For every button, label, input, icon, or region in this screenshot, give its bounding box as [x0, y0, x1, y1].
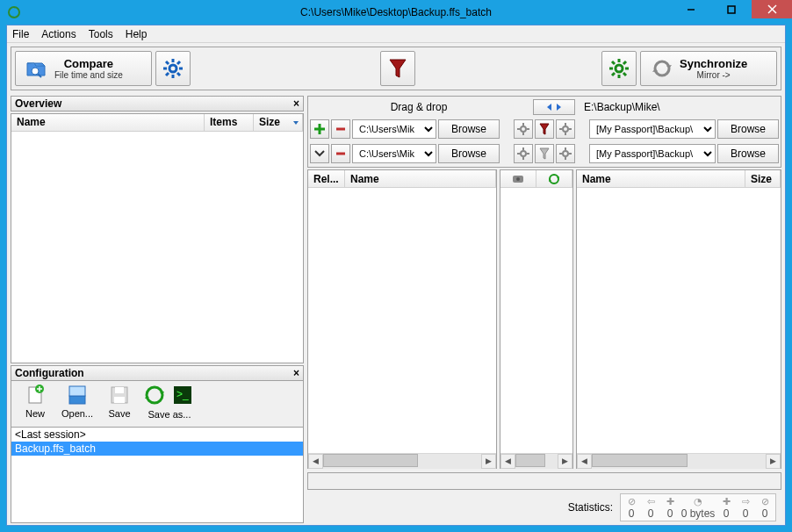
left-path-1[interactable]: C:\Users\Mik	[352, 119, 436, 139]
left-path-2[interactable]: C:\Users\Mik	[352, 144, 436, 163]
col-name-left[interactable]: Name	[345, 170, 496, 187]
browse-right-1[interactable]: Browse	[717, 119, 779, 139]
overview-col-size[interactable]: Size	[254, 114, 303, 131]
config-list-item[interactable]: Backup.ffs_batch	[11, 442, 303, 456]
stat-delete-left-icon: ⊘	[628, 495, 636, 507]
pair-sync-settings-button[interactable]	[556, 119, 575, 139]
compare-left-body	[308, 188, 496, 453]
overview-title: Overview	[15, 97, 61, 110]
browse-left-1[interactable]: Browse	[438, 119, 500, 139]
browse-left-2[interactable]: Browse	[438, 144, 500, 163]
add-pair-button[interactable]	[310, 119, 329, 139]
config-list-last[interactable]: <Last session>	[11, 428, 303, 442]
gear-icon	[517, 147, 529, 160]
svg-rect-30	[69, 386, 85, 396]
svg-line-13	[177, 73, 180, 75]
dragdrop-label: Drag & drop	[310, 101, 528, 113]
col-name-right[interactable]: Name	[577, 170, 745, 187]
svg-rect-33	[114, 397, 125, 403]
col-action[interactable]	[536, 170, 572, 187]
minimize-button[interactable]	[671, 0, 711, 18]
overview-close-icon[interactable]: ×	[293, 97, 299, 110]
compare-subtitle: File time and size	[54, 70, 123, 80]
menu-help[interactable]: Help	[126, 28, 148, 40]
config-save-button[interactable]: Save	[99, 383, 140, 425]
main-toolbar: Compare File time and size Synchronize	[11, 47, 781, 90]
right-path-2[interactable]: [My Passport]\Backup\	[589, 144, 716, 163]
pair2-cmp-settings-button[interactable]	[514, 144, 533, 163]
right-hscroll[interactable]: ◀ ▶	[577, 453, 781, 468]
funnel-icon	[539, 147, 550, 160]
browse-right-2[interactable]: Browse	[717, 144, 779, 163]
svg-point-50	[521, 151, 526, 156]
scroll-right-icon[interactable]: ▶	[558, 454, 572, 469]
close-button[interactable]	[752, 0, 792, 18]
left-hscroll[interactable]: ◀ ▶	[308, 453, 496, 468]
pair2-sync-settings-button[interactable]	[556, 144, 575, 163]
gear-icon	[559, 123, 572, 135]
compare-button[interactable]: Compare File time and size	[15, 51, 152, 86]
scroll-right-icon[interactable]: ▶	[766, 454, 781, 469]
menu-actions[interactable]: Actions	[41, 28, 76, 40]
config-new-label: New	[25, 408, 45, 419]
config-open-button[interactable]: Open...	[57, 383, 97, 425]
svg-line-15	[177, 61, 180, 64]
stat-data-icon: ◔	[694, 495, 702, 507]
sync-icon	[650, 56, 674, 81]
col-rel[interactable]: Rel...	[308, 170, 345, 187]
swap-icon	[546, 102, 562, 112]
config-close-icon[interactable]: ×	[293, 367, 299, 379]
minus-icon	[335, 123, 347, 135]
pair-filter-button[interactable]	[535, 119, 554, 139]
svg-point-61	[516, 177, 520, 181]
overview-col-items[interactable]: Items	[205, 114, 254, 131]
menu-file[interactable]: File	[12, 28, 29, 40]
compare-settings-button[interactable]	[155, 51, 191, 86]
compare-icon	[25, 56, 49, 81]
config-list[interactable]: <Last session> Backup.ffs_batch	[11, 427, 304, 523]
compare-left-grid: Rel... Name ◀ ▶	[307, 169, 497, 469]
gear-icon	[608, 57, 630, 80]
stat-v1: 0	[629, 507, 635, 520]
stat-create-left-icon: ✚	[666, 495, 674, 507]
synchronize-button[interactable]: Synchronize Mirror ->	[640, 51, 777, 86]
config-saveas-batch-button[interactable]: >_	[169, 383, 196, 425]
overview-col-name[interactable]: Name	[11, 114, 205, 131]
collapse-pair-button[interactable]	[310, 144, 329, 163]
svg-line-12	[166, 61, 169, 64]
category-icon	[512, 174, 524, 184]
client-area: File Actions Tools Help Compare File tim…	[6, 25, 786, 526]
gear-icon	[559, 147, 572, 160]
refresh-icon	[548, 173, 560, 185]
svg-point-55	[563, 151, 568, 156]
right-path-1[interactable]: [My Passport]\Backup\	[589, 119, 716, 139]
stat-update-right-icon: ⇨	[742, 495, 750, 507]
overview-header: Overview ×	[11, 96, 304, 111]
config-saveas-sync-button[interactable]	[141, 383, 168, 425]
funnel-icon	[388, 58, 407, 79]
remove-pair-button[interactable]	[331, 119, 350, 139]
scroll-left-icon[interactable]: ◀	[577, 454, 592, 469]
mid-hscroll[interactable]: ◀ ▶	[500, 453, 572, 468]
app-icon	[5, 4, 23, 21]
plus-icon	[313, 123, 326, 135]
sync-settings-button[interactable]	[601, 51, 637, 86]
pair2-filter-button[interactable]	[535, 144, 554, 163]
config-new-button[interactable]: New	[15, 383, 55, 425]
pair-cmp-settings-button[interactable]	[514, 119, 533, 139]
config-title: Configuration	[15, 367, 84, 379]
scroll-left-icon[interactable]: ◀	[308, 454, 323, 469]
scroll-left-icon[interactable]: ◀	[500, 454, 515, 469]
menu-tools[interactable]: Tools	[89, 28, 113, 40]
stat-v3: 0	[667, 507, 673, 520]
chevron-down-icon	[314, 150, 325, 157]
col-category[interactable]	[500, 170, 536, 187]
maximize-button[interactable]	[711, 0, 752, 18]
filter-button[interactable]	[380, 51, 415, 86]
scroll-right-icon[interactable]: ▶	[481, 454, 496, 469]
compare-right-body	[577, 188, 781, 453]
svg-point-0	[9, 7, 19, 18]
swap-sides-button[interactable]	[533, 99, 575, 115]
col-size-right[interactable]: Size	[745, 170, 781, 187]
remove-pair2-button[interactable]	[331, 144, 350, 163]
